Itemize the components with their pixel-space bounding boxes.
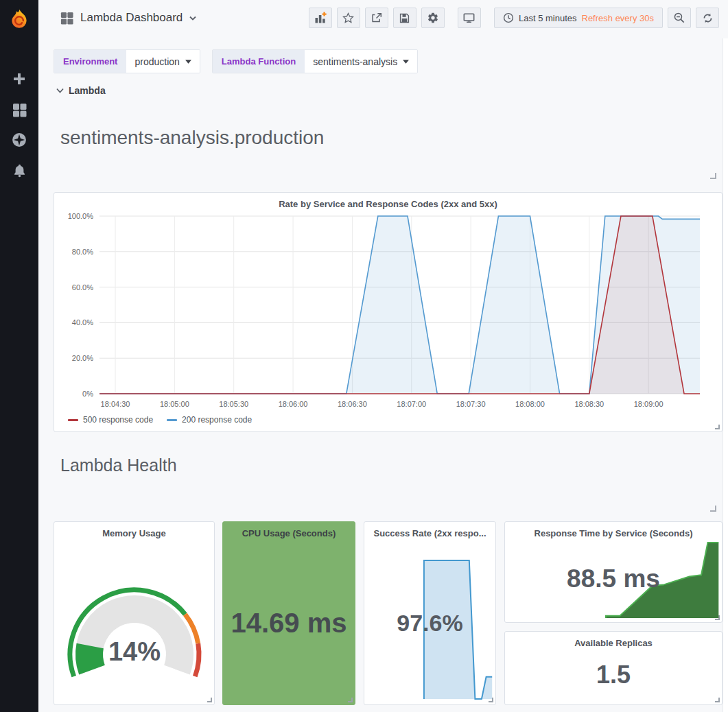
row-resize-handle[interactable]: [710, 506, 716, 512]
navbar: Lambda Dashboard: [38, 0, 728, 36]
save-button[interactable]: [393, 8, 416, 28]
health-heading: Lambda Health: [60, 455, 177, 475]
svg-text:0%: 0%: [82, 390, 93, 398]
time-picker-button[interactable]: Last 5 minutes Refresh every 30s: [494, 8, 663, 28]
cpu-value: 14.69 ms: [223, 608, 355, 639]
panel-resize-handle[interactable]: [348, 698, 353, 702]
variable-environment-label: Environment: [54, 50, 126, 73]
time-range-label: Last 5 minutes: [519, 13, 577, 23]
variable-lambda-function-label: Lambda Function: [213, 50, 305, 73]
sidebar: [0, 0, 38, 712]
settings-button[interactable]: [421, 8, 445, 28]
svg-text:100.0%: 100.0%: [68, 212, 94, 220]
gear-icon: [427, 12, 439, 24]
svg-text:18:09:00: 18:09:00: [634, 400, 664, 408]
variable-lambda-function-value-text: sentiments-analysis: [313, 56, 397, 67]
panel-rate-by-service: Rate by Service and Response Codes (2xx …: [54, 192, 723, 432]
service-heading: sentiments-analysis.production: [60, 127, 324, 149]
variable-environment-value-text: production: [134, 56, 179, 67]
svg-text:14%: 14%: [108, 637, 161, 666]
replicas-value: 1.5: [505, 661, 722, 689]
panel-success-rate: Success Rate (2xx respo... 97.6%: [364, 521, 496, 705]
sidebar-explore-icon[interactable]: [0, 126, 38, 154]
zoom-out-button[interactable]: [668, 8, 691, 28]
panel-available-replicas: Available Replicas 1.5: [504, 631, 723, 705]
variable-lambda-function-value[interactable]: sentiments-analysis: [305, 50, 417, 73]
row-title: Lambda: [69, 85, 106, 96]
sidebar-add-icon[interactable]: [0, 65, 38, 93]
caret-down-icon: [185, 60, 191, 64]
grafana-logo[interactable]: [0, 0, 38, 38]
legend-series-color: [167, 419, 177, 421]
svg-text:18:07:00: 18:07:00: [397, 400, 426, 408]
legend-series-color: [68, 419, 78, 421]
star-button[interactable]: [337, 8, 360, 28]
dashboard-title-button[interactable]: Lambda Dashboard: [60, 11, 196, 25]
svg-text:20.0%: 20.0%: [72, 354, 93, 362]
success-rate-value: 97.6%: [364, 610, 495, 637]
navbar-actions: Last 5 minutes Refresh every 30s: [304, 8, 719, 28]
svg-text:18:04:30: 18:04:30: [101, 400, 130, 408]
tv-mode-button[interactable]: [458, 8, 481, 28]
svg-text:40.0%: 40.0%: [72, 318, 93, 327]
caret-down-icon: [403, 60, 409, 64]
chevron-down-icon: [56, 88, 64, 93]
variable-lambda-function[interactable]: Lambda Function sentiments-analysis: [212, 49, 418, 73]
sidebar-dashboards-icon[interactable]: [0, 96, 38, 123]
grafana-flame-icon: [8, 8, 31, 31]
panel-resize-handle[interactable]: [715, 698, 720, 702]
variable-environment-value[interactable]: production: [126, 50, 199, 73]
sidebar-alerting-icon[interactable]: [0, 156, 38, 184]
refresh-interval-label: Refresh every 30s: [582, 13, 655, 23]
chart-legend: 500 response code 200 response code: [68, 415, 252, 425]
panel-cpu-usage: CPU Usage (Seconds) 14.69 ms: [222, 521, 355, 705]
monitor-icon: [462, 12, 475, 24]
legend-item[interactable]: 200 response code: [167, 415, 252, 425]
svg-text:18:07:30: 18:07:30: [456, 400, 486, 408]
legend-item[interactable]: 500 response code: [68, 415, 153, 425]
svg-text:80.0%: 80.0%: [72, 248, 93, 256]
svg-text:18:05:30: 18:05:30: [219, 400, 248, 408]
row-toggle-lambda[interactable]: Lambda: [56, 85, 106, 96]
response-time-value: 88.5 ms: [505, 565, 722, 593]
chevron-down-icon: [189, 16, 196, 21]
zoom-out-icon: [673, 12, 685, 24]
clock-icon: [503, 12, 514, 23]
svg-text:18:06:30: 18:06:30: [338, 400, 367, 408]
grafana-dashboard: Lambda Dashboard: [0, 0, 728, 712]
share-button[interactable]: [365, 8, 388, 28]
share-icon: [371, 12, 383, 24]
star-icon: [342, 12, 354, 24]
panel-title-cpu[interactable]: CPU Usage (Seconds): [223, 522, 355, 538]
panel-title-rate[interactable]: Rate by Service and Response Codes (2xx …: [54, 193, 722, 209]
panel-resize-handle[interactable]: [207, 698, 212, 702]
save-icon: [399, 12, 410, 24]
svg-text:18:08:30: 18:08:30: [574, 400, 604, 408]
panel-response-time: Response Time by Service (Seconds) 88.5 …: [504, 521, 723, 623]
refresh-button[interactable]: [696, 8, 719, 28]
scrollbar-track[interactable]: [723, 38, 728, 712]
submenu: Environment production Lambda Function s…: [54, 49, 418, 73]
svg-text:18:06:00: 18:06:00: [279, 400, 308, 408]
page-title: Lambda Dashboard: [80, 11, 183, 25]
add-panel-button[interactable]: [309, 8, 332, 28]
dashboard-grid-icon: [60, 12, 73, 25]
timeseries-chart[interactable]: 100.0%80.0%60.0%40.0%20.0%0%18:04:3018:0…: [54, 209, 722, 410]
gauge-chart: 14%: [62, 575, 207, 678]
panel-resize-handle[interactable]: [715, 425, 720, 429]
refresh-icon: [702, 12, 714, 24]
svg-text:18:08:00: 18:08:00: [515, 400, 545, 408]
svg-text:60.0%: 60.0%: [72, 283, 93, 292]
panel-memory-usage: Memory Usage 14%: [54, 521, 215, 705]
panel-title-replicas[interactable]: Available Replicas: [505, 632, 722, 648]
panel-title-memory[interactable]: Memory Usage: [54, 522, 214, 538]
variable-environment[interactable]: Environment production: [54, 49, 200, 73]
add-panel-icon: [314, 11, 327, 25]
row-resize-handle[interactable]: [710, 173, 716, 179]
svg-text:18:05:00: 18:05:00: [160, 400, 189, 408]
